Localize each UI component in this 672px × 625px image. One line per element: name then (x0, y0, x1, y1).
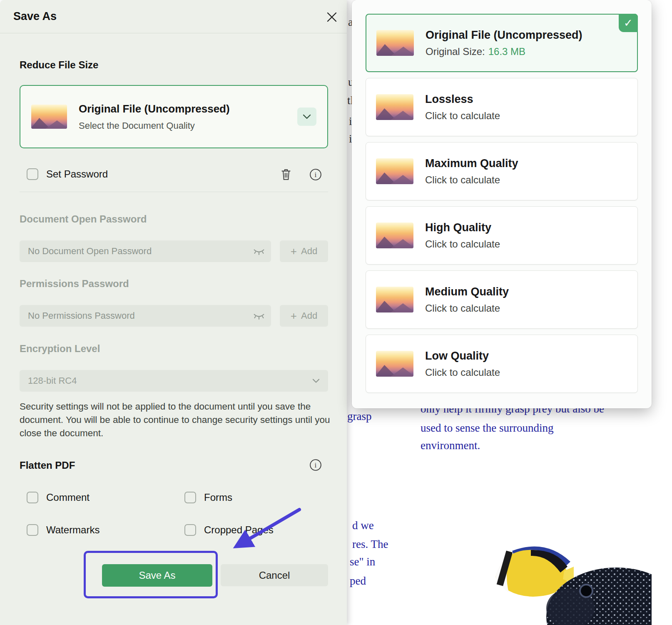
add-label: Add (301, 246, 317, 257)
permissions-password-input[interactable] (20, 305, 271, 327)
flatten-option-label: Comment (46, 492, 90, 503)
header-divider (0, 33, 347, 33)
quality-card-subtitle: Select the Document Quality (79, 120, 286, 131)
save-as-dialog: Save As Reduce File Size Original File (… (0, 0, 347, 625)
doc-open-password-input[interactable] (20, 240, 271, 262)
flatten-option[interactable]: Cropped Pages (184, 524, 322, 536)
quality-option[interactable]: Medium Quality Click to calculate (366, 270, 638, 329)
info-icon: i (309, 459, 322, 471)
dialog-title: Save As (13, 10, 57, 23)
set-password-label: Set Password (46, 168, 108, 180)
quality-card-title: Original File (Uncompressed) (79, 102, 286, 115)
document-text-fragment: res. The (352, 538, 388, 551)
flatten-option-label: Cropped Pages (204, 524, 274, 536)
quality-option[interactable]: Low Quality Click to calculate (366, 335, 638, 393)
selected-check-icon: ✓ (619, 14, 638, 32)
flatten-option-label: Watermarks (46, 524, 100, 536)
cancel-button[interactable]: Cancel (221, 564, 328, 586)
document-text-fragment: environment. (421, 439, 480, 452)
quality-subtitle: Click to calculate (425, 302, 509, 314)
add-doc-open-password-button[interactable]: + Add (280, 240, 328, 262)
trash-icon (281, 168, 291, 181)
quality-dropdown-button[interactable] (297, 108, 316, 126)
quality-subtitle: Click to calculate (425, 367, 500, 378)
chevron-down-icon (302, 114, 311, 120)
plus-icon: + (291, 310, 297, 321)
fish-photo (479, 538, 652, 625)
quality-option[interactable]: High Quality Click to calculate (366, 206, 638, 265)
document-text-fragment: used to sense the surrounding (421, 422, 553, 435)
document-text-fragment: grasp (347, 410, 371, 423)
permissions-password-label: Permissions Password (20, 278, 129, 290)
checkbox[interactable] (27, 524, 38, 536)
close-icon[interactable] (324, 9, 340, 25)
reduce-file-size-heading: Reduce File Size (20, 59, 98, 71)
set-password-row[interactable]: Set Password (27, 168, 108, 180)
info-icon: i (309, 168, 322, 181)
delete-password-button[interactable] (279, 168, 293, 182)
quality-thumbnail (376, 351, 413, 377)
flatten-info-button[interactable]: i (309, 458, 323, 472)
security-note: Security settings will not be applied to… (20, 400, 331, 440)
save-as-button[interactable]: Save As (102, 564, 212, 587)
document-text-fragment: ped (350, 575, 366, 588)
quality-selector-card[interactable]: Original File (Uncompressed) Select the … (20, 85, 328, 148)
quality-thumbnail (376, 30, 414, 56)
quality-subtitle: Click to calculate (425, 110, 500, 122)
flatten-option-label: Forms (204, 492, 232, 503)
section-divider (20, 192, 328, 192)
quality-thumbnail (31, 105, 67, 129)
document-text-fragment: se" in (350, 555, 375, 568)
flatten-option[interactable]: Forms (184, 492, 322, 503)
encryption-level-label: Encryption Level (20, 343, 100, 355)
quality-title: High Quality (425, 221, 500, 234)
quality-thumbnail (376, 287, 413, 312)
quality-option[interactable]: ✓ Original File (Uncompressed) Original … (366, 14, 638, 72)
quality-title: Original File (Uncompressed) (426, 29, 582, 42)
add-permissions-password-button[interactable]: + Add (280, 305, 328, 327)
set-password-checkbox[interactable] (27, 168, 38, 180)
quality-subtitle: Click to calculate (425, 238, 500, 250)
doc-open-password-label: Document Open Password (20, 213, 147, 225)
quality-option[interactable]: Maximum Quality Click to calculate (366, 142, 638, 200)
quality-title: Medium Quality (425, 285, 509, 298)
add-label: Add (301, 310, 317, 321)
svg-text:i: i (315, 171, 317, 179)
quality-subtitle: Click to calculate (425, 174, 518, 186)
quality-title: Maximum Quality (425, 157, 518, 170)
quality-thumbnail (376, 94, 413, 120)
chevron-down-icon (312, 378, 320, 383)
quality-subtitle: Original Size:16.3 MB (426, 46, 582, 58)
encryption-level-select[interactable]: 128-bit RC4 (20, 370, 328, 392)
password-info-button[interactable]: i (309, 168, 323, 182)
svg-text:i: i (315, 461, 317, 469)
checkbox[interactable] (184, 524, 196, 536)
quality-title: Low Quality (425, 350, 500, 362)
flatten-option[interactable]: Comment (27, 492, 184, 503)
quality-title: Lossless (425, 93, 500, 106)
quality-thumbnail (376, 222, 413, 248)
flatten-option[interactable]: Watermarks (27, 524, 184, 536)
quality-option[interactable]: Lossless Click to calculate (366, 78, 638, 136)
checkbox[interactable] (27, 492, 38, 503)
flatten-pdf-heading: Flatten PDF (20, 460, 75, 471)
flatten-options: Comment Forms Watermarks Cropped Pages (27, 492, 322, 536)
quality-options-popup: ✓ Original File (Uncompressed) Original … (352, 0, 652, 408)
document-text-fragment: d we (352, 519, 374, 532)
plus-icon: + (291, 246, 297, 257)
encryption-level-value: 128-bit RC4 (28, 375, 77, 386)
checkbox[interactable] (184, 492, 196, 503)
quality-thumbnail (376, 158, 413, 184)
